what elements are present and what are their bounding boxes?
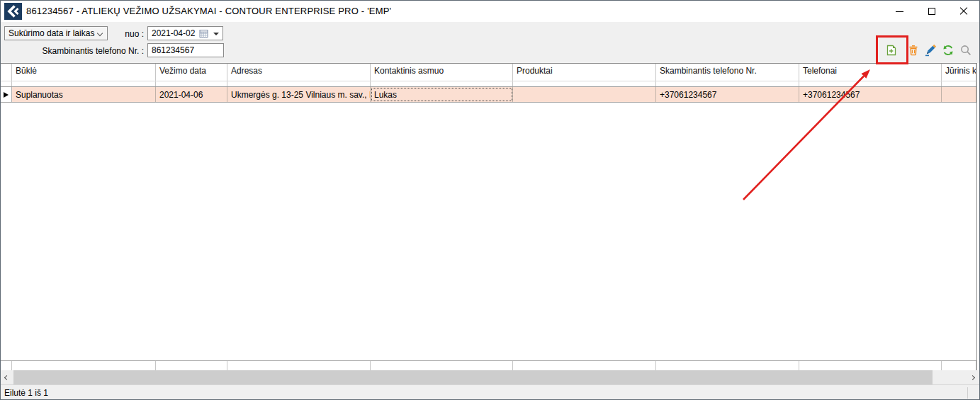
delete-record-button[interactable] (906, 42, 921, 58)
search-icon (959, 44, 972, 57)
cell-jurinis[interactable] (942, 87, 976, 102)
window-controls (884, 1, 979, 22)
chevron-left-icon (4, 375, 9, 379)
row-selector-cell[interactable] (1, 87, 12, 102)
minimize-button[interactable] (884, 1, 916, 22)
edit-record-icon (924, 44, 937, 57)
column-header-produktai[interactable]: Produktai (513, 64, 656, 86)
row-selector-header (1, 64, 12, 86)
footer-cell (371, 361, 513, 370)
maximize-button[interactable] (916, 1, 947, 22)
from-date-input[interactable]: 2021-04-02 (147, 26, 223, 40)
status-divider (967, 387, 968, 399)
footer-cell (513, 361, 656, 370)
header-divider (1, 81, 976, 81)
cell-skambinantis-nr[interactable]: +37061234567 (656, 87, 799, 102)
cell-vezimo-data[interactable]: 2021-04-06 (156, 87, 227, 102)
column-header-vezimo-data[interactable]: Vežimo data (156, 64, 227, 86)
filter-field-value: Sukūrimo data ir laikas (9, 28, 94, 38)
add-record-button[interactable] (884, 42, 899, 58)
phone-filter-input[interactable] (147, 43, 224, 57)
minimize-icon (896, 11, 903, 12)
delete-record-icon (907, 44, 920, 57)
table-row[interactable]: Suplanuotas 2021-04-06 Ukmergės g. 13-25… (1, 87, 976, 103)
column-header-adresas[interactable]: Adresas (227, 64, 371, 86)
filter-field-select[interactable]: Sukūrimo data ir laikas (4, 26, 108, 40)
grid-footer-row (1, 360, 976, 370)
chevron-right-icon (970, 375, 975, 379)
footer-cell (942, 361, 976, 370)
date-dropdown-icon[interactable] (213, 33, 219, 35)
app-window: 861234567 - ATLIEKŲ VEŽIMO UŽSAKYMAI - C… (0, 0, 980, 400)
close-icon (959, 7, 968, 16)
footer-cell (227, 361, 371, 370)
maximize-icon (928, 8, 935, 15)
column-header-bukle[interactable]: Būklė (12, 64, 156, 86)
footer-cell (656, 361, 799, 370)
row-count-status: Eilutė 1 iš 1 (4, 388, 48, 398)
edit-record-button[interactable] (923, 42, 938, 58)
column-header-kontaktinis-asmuo[interactable]: Kontaktinis asmuo (371, 64, 513, 86)
window-title: 861234567 - ATLIEKŲ VEŽIMO UŽSAKYMAI - C… (26, 6, 391, 16)
scroll-left-button[interactable] (1, 370, 13, 384)
cell-adresas[interactable]: Ukmergės g. 13-25 Vilniaus m. sav., L (227, 87, 371, 102)
footer-cell (799, 361, 942, 370)
scrollbar-thumb[interactable] (13, 370, 933, 384)
cell-bukle[interactable]: Suplanuotas (12, 87, 156, 102)
refresh-button[interactable] (940, 42, 956, 58)
contour-logo-icon (4, 3, 22, 20)
phone-filter-label: Skambinantis telefono Nr. : (1, 46, 144, 56)
horizontal-scrollbar[interactable] (1, 370, 979, 384)
footer-cell (1, 361, 12, 370)
scroll-right-button[interactable] (967, 370, 979, 384)
resize-grip-icon[interactable] (975, 397, 976, 399)
cell-kontaktinis-asmuo[interactable]: Lukas (371, 87, 513, 102)
column-header-telefonai[interactable]: Telefonai (799, 64, 942, 86)
close-button[interactable] (947, 1, 979, 22)
add-record-icon (885, 44, 898, 57)
from-date-value: 2021-04-02 (152, 28, 195, 38)
current-row-marker-icon (4, 92, 9, 98)
orders-grid: Būklė Vežimo data Adresas Kontaktinis as… (1, 63, 977, 370)
search-button[interactable] (958, 42, 974, 58)
from-label: nuo : (106, 29, 144, 39)
refresh-icon (942, 44, 954, 57)
title-bar: 861234567 - ATLIEKŲ VEŽIMO UŽSAKYMAI - C… (1, 1, 979, 22)
column-header-skambinantis-nr[interactable]: Skambinantis telefono Nr. (656, 64, 799, 86)
filter-panel: Sukūrimo data ir laikas nuo : 2021-04-02… (1, 22, 979, 63)
chevron-down-icon (97, 30, 103, 36)
footer-cell (156, 361, 227, 370)
calendar-icon[interactable] (199, 29, 208, 40)
cell-produktai[interactable] (513, 87, 656, 102)
column-header-jurinis[interactable]: Jūrinis kon (942, 64, 976, 86)
status-bar: Eilutė 1 iš 1 (1, 384, 979, 400)
footer-cell (12, 361, 156, 370)
cell-telefonai[interactable]: +37061234567 (799, 87, 942, 102)
grid-header-row: Būklė Vežimo data Adresas Kontaktinis as… (1, 64, 976, 87)
